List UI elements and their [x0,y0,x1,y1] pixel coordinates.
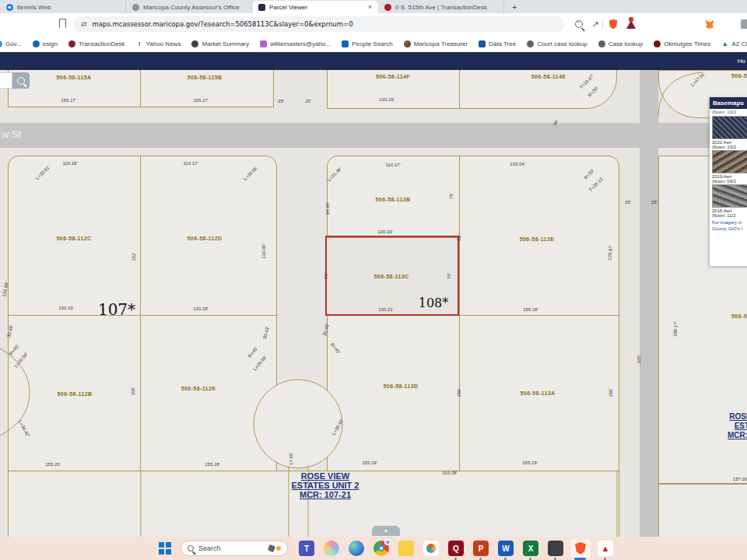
search-highlight-graphic [268,545,281,551]
bookmark-item[interactable]: Data Tree [479,40,516,47]
tab-title: Parcel Viewer [269,4,363,11]
measurement-label: 130.21' [378,307,394,312]
share-icon[interactable]: ↗ [589,18,601,30]
measurement-label: 155.19' [362,460,377,465]
basemap-partial-caption: (flown: 10/2 [710,109,747,115]
measurement-label: 75' [324,273,328,279]
bookmark-label: Yahoo News [146,40,181,47]
copilot-taskbar-icon[interactable] [324,541,339,556]
file-explorer-taskbar-icon[interactable] [398,541,414,556]
map-search-button[interactable] [12,72,30,89]
measurement-label: 157.00 [733,477,747,481]
excel-taskbar-icon[interactable]: X [523,541,538,556]
tab-title: 0 S. 515th Ave | TransactionDesk [395,4,497,11]
measurement-label: 310.38' [442,471,458,475]
parcel-506-58-112E[interactable] [140,315,277,471]
basemap-thumbnail-gray[interactable] [712,184,747,208]
extension-triangle-icon[interactable] [625,18,637,30]
parcel-viewer-favicon [258,4,265,11]
az-bookmark-icon: ▲ [721,40,728,47]
parcel-id-label: 506-58-112B [58,391,93,397]
url-field[interactable]: ⇄ maps.mcassessor.maricopa.gov/?esearch=… [73,16,565,32]
taskbar-search[interactable]: Search [181,541,288,556]
bookmark-item[interactable]: Case lookup [598,40,643,47]
search-icon [188,545,194,551]
assessor-favicon [132,4,139,11]
browser-tab[interactable]: Parcel Viewer× [252,1,378,13]
block-number-107: 107* [98,300,135,319]
plat-label-right: ROSE V ESTAT MCR: 10 [704,412,747,440]
parcel-id-label: 506-58-113E [520,236,555,242]
bookmark-item[interactable]: esign [33,40,58,47]
basemaps-footer-link[interactable]: For imagery in County GIO's I [710,218,747,234]
extensions-puzzle-icon[interactable] [741,19,747,29]
bookmark-label: Okmulgee Times [664,40,710,47]
edge-taskbar-icon[interactable] [349,541,364,556]
parcel-map[interactable]: w St 107* 108* ROSE VIEW ESTATES UNIT 2 … [0,70,747,537]
taskbar-search-label: Search [198,544,221,552]
teams-taskbar-icon[interactable]: T [299,541,314,556]
chrome-taskbar-icon[interactable]: W [374,541,389,556]
panel-collapse-button[interactable]: ▲ [372,526,400,536]
metamask-icon[interactable] [703,18,716,30]
parcel-id-label: 506-58-112C [57,236,92,241]
new-tab-button[interactable]: + [512,2,517,12]
brave-taskbar-icon[interactable] [573,541,588,556]
bookmark-item[interactable]: Maricopa Treasurer [404,40,468,47]
bookmark-item[interactable]: williemasters@yaho... [260,40,331,47]
tab-strip: flexmls WebMaricopa County Assessor's Of… [0,0,747,13]
bookmark-label: esign [43,40,58,47]
bookmark-item[interactable]: TransactionDesk [68,40,125,47]
bookmark-flag-icon[interactable] [59,19,66,28]
bookmark-label: Case lookup [608,40,643,47]
measurement-label: 25' [278,99,284,103]
dark-app-taskbar-icon[interactable] [548,541,563,556]
map-search-input[interactable] [0,72,12,89]
acrobat-taskbar-icon[interactable]: ▲ [598,541,613,556]
tab-close-icon[interactable]: × [366,3,372,11]
photos-taskbar-icon[interactable] [423,541,439,556]
measurement-label: 94.98' [325,202,330,215]
measurement-label: 150' [457,388,461,397]
measurement-label: 70' [447,273,451,279]
bookmark-label: Maricopa Treasurer [414,40,468,47]
browser-tab[interactable]: flexmls Web [0,1,126,13]
parcel-506-58-113D[interactable] [327,315,460,471]
bookmark-item[interactable]: ▲AZ Classes [721,40,747,47]
nav-home-link[interactable]: Ho [738,58,745,65]
bookmark-label: AZ Classes [731,40,747,47]
tab-title: Maricopa County Assessor's Office [143,4,245,11]
word-taskbar-icon[interactable]: W [498,541,514,556]
transactiondesk-favicon [384,4,391,11]
measurement-label: 152' [132,252,136,261]
brave-shield-icon[interactable] [607,18,619,30]
zoom-out-icon[interactable] [573,18,585,30]
basemap-thumbnail-brown[interactable] [712,150,747,173]
parcel-id-label: 506-5 [731,73,747,79]
basemap-thumbnail-dark[interactable] [712,116,747,139]
street-name-label: w St [2,128,21,140]
browser-tab[interactable]: Maricopa County Assessor's Office [126,1,252,13]
browser-tab[interactable]: 0 S. 515th Ave | TransactionDesk [378,1,504,13]
bookmark-label: People Search [352,40,392,47]
bookmark-item[interactable]: Gov... [0,40,22,47]
site-info-icon[interactable]: ⇄ [81,20,87,28]
powerpoint-taskbar-icon[interactable]: P [473,541,489,556]
lock-bookmark-icon [479,40,486,47]
parcel-right-bottom[interactable] [658,484,747,537]
treasurer-bookmark-icon [404,40,411,47]
measurement-label: 130.19' [377,229,393,234]
bookmark-item[interactable]: People Search [342,40,392,47]
bookmark-label: TransactionDesk [79,40,125,47]
windows-start-icon[interactable] [159,542,171,555]
bookmark-item[interactable]: Okmulgee Times [654,40,710,47]
measurement-label: 155.18' [205,462,220,467]
bookmark-label: Market Summary [202,40,249,47]
measurement-label: 25' [651,200,658,205]
parcel-id-label: 506-58-113B [376,197,411,202]
tab-title: flexmls Web [17,4,119,11]
bookmark-item[interactable]: Market Summary [191,40,249,47]
quicken-taskbar-icon[interactable]: Q [448,541,464,556]
bookmark-item[interactable]: !Yahoo News [136,40,181,47]
bookmark-item[interactable]: Court case lookup [527,40,587,47]
